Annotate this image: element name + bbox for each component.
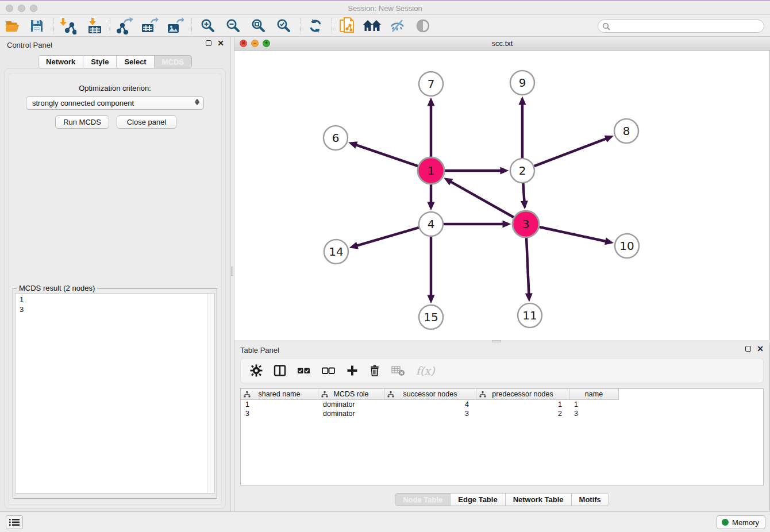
toolbar-separator <box>53 18 54 33</box>
tab-select[interactable]: Select <box>116 56 153 68</box>
optimization-criterion-select[interactable]: strongly connected component <box>26 97 204 110</box>
show-columns-icon[interactable] <box>274 364 286 377</box>
column-settings-icon[interactable] <box>250 364 263 377</box>
toolbar-separator <box>332 18 332 33</box>
float-panel-icon[interactable] <box>206 40 211 46</box>
vertical-splitter[interactable] <box>230 37 234 511</box>
memory-label: Memory <box>732 518 759 527</box>
import-network-icon[interactable] <box>58 17 78 34</box>
mcds-result-textarea[interactable]: 1 3 <box>15 293 215 494</box>
toolbar-separator <box>300 18 301 33</box>
graph-edge-arrow-4-15 <box>428 295 435 304</box>
export-table-icon[interactable] <box>140 17 160 34</box>
graph-edge-2-8[interactable] <box>534 138 607 166</box>
table-cell[interactable]: dominator <box>318 409 384 418</box>
table-panel: Table Panel ✕ <box>234 342 770 511</box>
toolbar-separator <box>191 18 192 33</box>
tab-network[interactable]: Network <box>38 56 83 68</box>
function-builder-icon[interactable]: f(x) <box>416 364 435 377</box>
tab-node-table[interactable]: Node Table <box>395 494 450 506</box>
close-table-panel-icon[interactable]: ✕ <box>757 346 764 352</box>
save-session-icon[interactable] <box>27 17 47 34</box>
zoom-out-icon[interactable] <box>224 17 243 34</box>
table-cell[interactable]: 1 <box>569 400 619 409</box>
graph-edge-3-1[interactable] <box>451 182 514 217</box>
memory-button[interactable]: Memory <box>717 515 765 529</box>
graph-edge-arrow-2-9 <box>519 97 526 105</box>
export-image-icon[interactable] <box>165 17 185 34</box>
select-all-rows-icon[interactable] <box>297 365 311 376</box>
graph-edge-arrow-2-8 <box>605 136 614 142</box>
control-panel: Control Panel ✕ NetworkStyleSelectMCDS O… <box>0 37 230 511</box>
graph-edge-arrow-1-2 <box>500 167 509 175</box>
search-field[interactable] <box>598 20 764 33</box>
table-cell[interactable]: dominator <box>318 400 384 409</box>
tab-motifs[interactable]: Motifs <box>571 494 609 506</box>
table-cell[interactable]: 3 <box>569 409 619 418</box>
export-network-icon[interactable] <box>116 17 135 34</box>
graph-edge-4-14[interactable] <box>356 228 419 246</box>
main-toolbar <box>0 15 770 37</box>
tab-mcds[interactable]: MCDS <box>154 56 191 68</box>
home-icon[interactable] <box>363 17 382 34</box>
app-window: Session: New Session <box>0 0 770 532</box>
tab-edge-table[interactable]: Edge Table <box>450 494 505 506</box>
graph-edge-2-3[interactable] <box>523 183 524 202</box>
network-canvas[interactable]: 7968124314101511 <box>234 51 770 340</box>
open-session-icon[interactable] <box>3 17 22 34</box>
search-icon <box>602 22 610 30</box>
add-column-icon[interactable] <box>346 365 358 376</box>
close-panel-button[interactable]: Close panel <box>117 115 176 129</box>
deselect-all-rows-icon[interactable] <box>322 365 336 376</box>
task-history-button[interactable] <box>6 515 23 529</box>
graph-node-label-1: 1 <box>428 164 435 178</box>
graph-node-label-8: 8 <box>623 124 630 138</box>
column-header-shared-name[interactable]: shared name <box>241 389 318 400</box>
graph-edge-arrow-1-6 <box>348 141 357 148</box>
table-cell[interactable]: 4 <box>384 400 476 409</box>
zoom-fit-icon[interactable] <box>249 17 268 34</box>
table-cell[interactable]: 2 <box>476 409 569 418</box>
graph-edge-3-10[interactable] <box>539 227 606 241</box>
run-mcds-button[interactable]: Run MCDS <box>55 115 109 129</box>
graph-edge-arrow-4-14 <box>349 242 359 249</box>
refresh-view-icon[interactable] <box>306 17 325 34</box>
tab-style[interactable]: Style <box>83 56 116 68</box>
zoom-selected-icon[interactable] <box>274 17 294 34</box>
graph-node-label-14: 14 <box>329 245 343 259</box>
mcds-result-group: MCDS result (2 nodes) 1 3 <box>13 288 217 499</box>
close-panel-icon[interactable]: ✕ <box>217 40 224 46</box>
graph-edge-3-11[interactable] <box>526 238 529 295</box>
import-table-icon[interactable] <box>85 17 105 34</box>
float-table-panel-icon[interactable] <box>745 346 751 352</box>
hide-panels-icon[interactable] <box>388 17 407 34</box>
column-header-name[interactable]: name <box>569 389 619 400</box>
graph-edge-1-6[interactable] <box>356 145 418 166</box>
delete-table-icon[interactable] <box>391 365 405 376</box>
table-cell[interactable]: 3 <box>241 409 318 418</box>
table-cell[interactable]: 1 <box>241 400 318 409</box>
show-panels-icon[interactable] <box>413 17 433 34</box>
table-cell[interactable]: 3 <box>384 409 476 418</box>
tab-network-table[interactable]: Network Table <box>505 494 571 506</box>
optimization-criterion-label: Optimization criterion: <box>9 84 221 92</box>
table-row-2[interactable]: 3dominator323 <box>241 409 763 418</box>
network-window-title: scc.txt <box>234 39 770 48</box>
column-header-successor-nodes[interactable]: successor nodes <box>384 389 476 400</box>
column-header-MCDS-role[interactable]: MCDS role <box>318 389 384 400</box>
delete-column-icon[interactable] <box>369 364 380 377</box>
table-row-1[interactable]: 1dominator411 <box>241 400 763 409</box>
column-header-predecessor-nodes[interactable]: predecessor nodes <box>476 389 569 400</box>
zoom-in-icon[interactable] <box>198 17 218 34</box>
graph-edge-arrow-2-3 <box>521 201 528 209</box>
search-input[interactable] <box>613 22 764 30</box>
vertical-splitter-handle[interactable] <box>231 267 233 276</box>
toolbar-separator <box>110 18 110 33</box>
network-window-titlebar: ✕ − + scc.txt <box>234 37 770 51</box>
network-from-file-icon[interactable] <box>337 17 357 34</box>
graph-edge-arrow-3-11 <box>525 293 533 302</box>
result-scrollbar[interactable] <box>207 294 214 493</box>
selected-criterion: strongly connected component <box>32 99 134 107</box>
graph-node-label-10: 10 <box>619 239 634 253</box>
table-cell[interactable]: 1 <box>476 400 569 409</box>
